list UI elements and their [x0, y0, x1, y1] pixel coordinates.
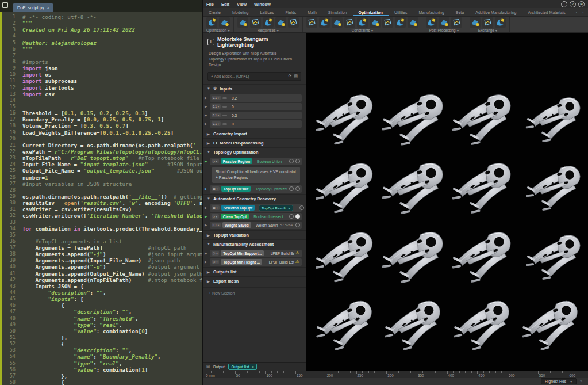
- block-name-chip[interactable]: TopOpt Min Support...: [221, 250, 264, 256]
- block-name-chip[interactable]: [222, 97, 227, 99]
- output-chip[interactable]: Output list ×: [228, 364, 256, 370]
- topopt-swingarm-result[interactable]: [311, 83, 380, 153]
- block-option-icon[interactable]: [295, 214, 300, 219]
- topopt-swingarm-result[interactable]: [311, 290, 380, 359]
- ribbon-tool-icon[interactable]: [263, 17, 274, 28]
- new-section-button[interactable]: + New Section: [203, 287, 306, 295]
- tab-simulation[interactable]: Simulation: [322, 8, 353, 16]
- menu-item-view[interactable]: View: [237, 2, 247, 7]
- expander-icon[interactable]: ▶: [205, 251, 207, 255]
- section-topopt-validation[interactable]: ▶TopOpt Validation: [203, 230, 306, 239]
- block-option-icon[interactable]: [289, 159, 294, 163]
- ribbon-group-label[interactable]: Exchange: [478, 28, 494, 32]
- block-value[interactable]: Boolean Union: [257, 159, 287, 163]
- tabs-scroll-left-icon[interactable]: ‹: [576, 10, 578, 15]
- help-icon[interactable]: ?: [570, 1, 576, 7]
- block-value[interactable]: _LPBF Build Estima...: [267, 260, 294, 264]
- tab-manufacturing[interactable]: Manufacturing: [413, 8, 449, 16]
- block-value[interactable]: Weight Savings: [256, 223, 279, 227]
- ribbon-tool-icon[interactable]: [426, 17, 437, 28]
- block-name-chip[interactable]: Selected TopOpt: [221, 205, 255, 211]
- ribbon-tool-icon[interactable]: [495, 17, 506, 28]
- ribbon-tool-icon[interactable]: [319, 17, 330, 28]
- ribbon-tool-icon[interactable]: [470, 17, 481, 28]
- chevron-right-icon[interactable]: ▶: [207, 279, 210, 283]
- section-automated-geometry-recovery[interactable]: ▼Automated Geometry Recovery: [203, 194, 306, 203]
- ribbon-tool-icon[interactable]: [332, 17, 343, 28]
- section-outputs-list[interactable]: ▶Outputs list: [203, 267, 306, 276]
- block-name-chip[interactable]: Passive Region: [221, 158, 252, 164]
- topopt-swingarm-result[interactable]: [517, 290, 586, 359]
- value-chip[interactable]: TopOpt Result×: [259, 205, 293, 211]
- block-name-chip[interactable]: Clean TopOpt: [221, 214, 249, 219]
- topopt-swingarm-result[interactable]: [311, 153, 380, 222]
- block-row[interactable]: ▶⬡▼TopOpt Min Height ..._LPBF Build Esti…: [210, 258, 302, 266]
- tab-optimization[interactable]: Optimization: [353, 8, 389, 16]
- block-option-icon[interactable]: [295, 223, 300, 227]
- expander-icon[interactable]: ▶: [205, 215, 207, 218]
- expander-icon[interactable]: ▶: [205, 96, 207, 100]
- section-geometry-import[interactable]: ▶Geometry Import: [203, 129, 306, 138]
- block-name-chip[interactable]: [222, 106, 227, 108]
- ribbon-group-label[interactable]: Optimization: [206, 28, 226, 32]
- tab-beta[interactable]: Beta: [450, 8, 470, 16]
- block-option-icon[interactable]: [295, 159, 300, 163]
- ribbon-tool-icon[interactable]: [250, 17, 261, 28]
- block-row[interactable]: ▶0.1▼0: [210, 120, 302, 128]
- section-fe-model-pre-processing[interactable]: ▶FE Model Pre-processing: [203, 138, 306, 147]
- ribbon-tool-icon[interactable]: [306, 17, 317, 28]
- topopt-swingarm-result[interactable]: [380, 83, 449, 153]
- chevron-down-icon[interactable]: ▼: [207, 87, 210, 90]
- topopt-swingarm-result[interactable]: [517, 153, 586, 222]
- add-block-input[interactable]: + Add Block... (Ctrl+L) ⟳ ▤: [207, 72, 301, 81]
- chevron-down-icon[interactable]: ▼: [207, 197, 210, 200]
- topopt-swingarm-result[interactable]: [448, 290, 517, 359]
- expander-icon[interactable]: ▶: [205, 113, 207, 117]
- block-value[interactable]: Boolean Intersect: [253, 215, 287, 219]
- menu-item-file[interactable]: File: [206, 2, 214, 7]
- refresh-icon[interactable]: ⟳: [289, 74, 292, 78]
- topopt-swingarm-result[interactable]: [380, 221, 449, 290]
- ribbon-tool-icon[interactable]: [219, 17, 230, 28]
- block-name-chip[interactable]: [222, 115, 227, 116]
- apps-icon[interactable]: ⊞: [578, 1, 585, 7]
- tab-create[interactable]: Create: [203, 8, 226, 16]
- section-export-mesh[interactable]: ▶Export mesh: [203, 276, 306, 285]
- ribbon-tool-icon[interactable]: [237, 17, 248, 28]
- block-row[interactable]: ▶◇▼Passive RegionBoolean Union: [210, 158, 302, 165]
- tab-modeling[interactable]: Modeling: [226, 8, 254, 16]
- chevron-right-icon[interactable]: ▶: [207, 141, 210, 145]
- ribbon-group-label[interactable]: Post-Processing: [429, 28, 456, 32]
- block-option-icon[interactable]: [299, 205, 304, 210]
- notes-icon[interactable]: ▤: [294, 74, 298, 78]
- block-option-icon[interactable]: [289, 186, 294, 191]
- expander-icon[interactable]: ▶: [205, 187, 207, 190]
- ribbon-tool-icon[interactable]: [206, 17, 217, 28]
- block-option-icon[interactable]: [289, 214, 294, 219]
- tab-close-icon[interactable]: ×: [47, 6, 49, 10]
- chevron-right-icon[interactable]: ▶: [207, 270, 210, 274]
- block-name-chip[interactable]: TopOpt Result: [221, 186, 251, 192]
- chip-close-icon[interactable]: ×: [288, 206, 290, 210]
- warning-icon[interactable]: ⚠: [295, 260, 299, 264]
- ribbon-tool-icon[interactable]: [344, 17, 355, 28]
- block-value[interactable]: 0.3: [232, 113, 300, 117]
- tab-fields[interactable]: Fields: [280, 8, 302, 16]
- block-value[interactable]: 0.2: [232, 96, 300, 100]
- block-name-chip[interactable]: [222, 123, 227, 125]
- ribbon-tool-icon[interactable]: [395, 17, 406, 28]
- expander-icon[interactable]: ▶: [205, 260, 207, 264]
- expander-icon[interactable]: ▶: [205, 223, 207, 227]
- ribbon-tool-icon[interactable]: [288, 17, 299, 28]
- tab-utilities[interactable]: Utilities: [389, 8, 413, 16]
- viewport-3d[interactable]: [306, 33, 588, 371]
- block-row[interactable]: ▶▦▼Selected TopOptTopOpt Result×: [210, 204, 302, 212]
- topopt-swingarm-result[interactable]: [517, 221, 586, 290]
- section-topology-optimization[interactable]: ▼Topology Optimization: [203, 147, 306, 157]
- tab-lattices[interactable]: Lattices: [254, 8, 279, 16]
- ribbon-group-label[interactable]: Responses: [258, 28, 276, 32]
- topopt-swingarm-result[interactable]: [380, 290, 449, 359]
- tab-additive-manufacturing[interactable]: Additive Manufacturing: [470, 8, 522, 16]
- warning-icon[interactable]: ⚠: [295, 251, 299, 256]
- block-name-chip[interactable]: Weight Saved: [222, 222, 251, 228]
